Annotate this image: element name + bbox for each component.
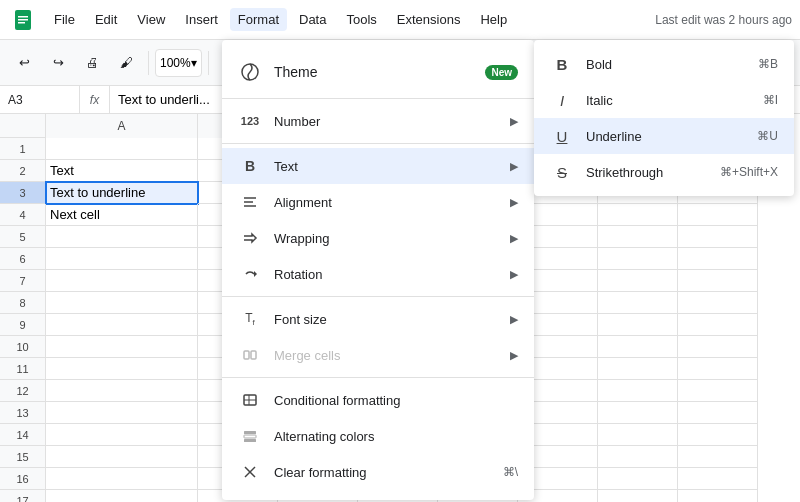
clear-shortcut: ⌘\ — [503, 465, 518, 479]
cell-G15[interactable] — [598, 446, 678, 468]
text-italic-item[interactable]: I Italic ⌘I — [534, 82, 794, 118]
svg-rect-13 — [244, 435, 256, 438]
row-num-16: 16 — [0, 468, 46, 490]
cell-G13[interactable] — [598, 402, 678, 424]
fx-icon: fx — [80, 86, 110, 113]
row-num-2: 2 — [0, 160, 46, 182]
format-fontsize-item[interactable]: Tf Font size ▶ — [222, 301, 534, 337]
cell-G6[interactable] — [598, 248, 678, 270]
menu-bar: File Edit View Insert Format Data Tools … — [0, 0, 800, 40]
format-conditional-item[interactable]: Conditional formatting — [222, 382, 534, 418]
cell-H11[interactable] — [678, 358, 758, 380]
cell-a3[interactable]: Text to underline — [46, 182, 198, 204]
print-button[interactable]: 🖨 — [76, 47, 108, 79]
cell-G16[interactable] — [598, 468, 678, 490]
cell-A15[interactable] — [46, 446, 198, 468]
format-menu: Theme New 123 Number ▶ B Text ▶ Alignmen… — [222, 40, 534, 500]
app-logo — [8, 5, 38, 35]
cell-G7[interactable] — [598, 270, 678, 292]
cell-A6[interactable] — [46, 248, 198, 270]
menu-tools[interactable]: Tools — [338, 8, 384, 31]
cell-H10[interactable] — [678, 336, 758, 358]
row-num-4: 4 — [0, 204, 46, 226]
cell-H6[interactable] — [678, 248, 758, 270]
wrapping-arrow: ▶ — [510, 232, 518, 245]
menu-extensions[interactable]: Extensions — [389, 8, 469, 31]
format-alternating-item[interactable]: Alternating colors — [222, 418, 534, 454]
cell-H16[interactable] — [678, 468, 758, 490]
theme-menu-item[interactable]: Theme New — [222, 50, 534, 94]
row-num-9: 9 — [0, 314, 46, 336]
format-text-item[interactable]: B Text ▶ — [222, 148, 534, 184]
cell-A10[interactable] — [46, 336, 198, 358]
cell-H9[interactable] — [678, 314, 758, 336]
cell-h4[interactable] — [678, 204, 758, 226]
cell-G5[interactable] — [598, 226, 678, 248]
cell-H12[interactable] — [678, 380, 758, 402]
cell-A7[interactable] — [46, 270, 198, 292]
format-rotation-item[interactable]: Rotation ▶ — [222, 256, 534, 292]
cell-A11[interactable] — [46, 358, 198, 380]
menu-format[interactable]: Format — [230, 8, 287, 31]
zoom-control[interactable]: 100% ▾ — [155, 49, 202, 77]
menu-view[interactable]: View — [129, 8, 173, 31]
svg-rect-12 — [244, 431, 256, 434]
menu-data[interactable]: Data — [291, 8, 334, 31]
alignment-icon — [238, 190, 262, 214]
cell-A5[interactable] — [46, 226, 198, 248]
text-arrow: ▶ — [510, 160, 518, 173]
cell-G11[interactable] — [598, 358, 678, 380]
cell-A14[interactable] — [46, 424, 198, 446]
undo-button[interactable]: ↩ — [8, 47, 40, 79]
cell-H5[interactable] — [678, 226, 758, 248]
number-label: Number — [274, 114, 510, 129]
cell-G17[interactable] — [598, 490, 678, 502]
svg-rect-3 — [18, 22, 25, 24]
menu-insert[interactable]: Insert — [177, 8, 226, 31]
format-clear-item[interactable]: Clear formatting ⌘\ — [222, 454, 534, 490]
cell-H8[interactable] — [678, 292, 758, 314]
cell-H17[interactable] — [678, 490, 758, 502]
theme-icon — [238, 60, 262, 84]
menu-edit[interactable]: Edit — [87, 8, 125, 31]
cell-G14[interactable] — [598, 424, 678, 446]
text-strikethrough-item[interactable]: S Strikethrough ⌘+Shift+X — [534, 154, 794, 190]
format-wrapping-item[interactable]: Wrapping ▶ — [222, 220, 534, 256]
rotation-arrow: ▶ — [510, 268, 518, 281]
row-num-10: 10 — [0, 336, 46, 358]
format-number-item[interactable]: 123 Number ▶ — [222, 103, 534, 139]
cell-A12[interactable] — [46, 380, 198, 402]
menu-help[interactable]: Help — [472, 8, 515, 31]
cell-G10[interactable] — [598, 336, 678, 358]
cell-reference[interactable]: A3 — [0, 86, 80, 113]
paint-format-button[interactable]: 🖌 — [110, 47, 142, 79]
cell-a1[interactable] — [46, 138, 198, 160]
cell-a2[interactable]: Text — [46, 160, 198, 182]
cell-A16[interactable] — [46, 468, 198, 490]
menu-file[interactable]: File — [46, 8, 83, 31]
clear-icon — [238, 460, 262, 484]
format-alignment-item[interactable]: Alignment ▶ — [222, 184, 534, 220]
cell-H15[interactable] — [678, 446, 758, 468]
cell-H14[interactable] — [678, 424, 758, 446]
cell-A9[interactable] — [46, 314, 198, 336]
cell-H13[interactable] — [678, 402, 758, 424]
col-header-a[interactable]: A — [46, 114, 198, 138]
italic-shortcut: ⌘I — [763, 93, 778, 107]
row-num-6: 6 — [0, 248, 46, 270]
corner-cell — [0, 114, 46, 138]
cell-A17[interactable] — [46, 490, 198, 502]
redo-button[interactable]: ↪ — [42, 47, 74, 79]
cell-A8[interactable] — [46, 292, 198, 314]
row-num-11: 11 — [0, 358, 46, 380]
cell-A13[interactable] — [46, 402, 198, 424]
cell-H7[interactable] — [678, 270, 758, 292]
cell-G9[interactable] — [598, 314, 678, 336]
text-underline-item[interactable]: U Underline ⌘U — [534, 118, 794, 154]
cell-G8[interactable] — [598, 292, 678, 314]
cell-a4[interactable]: Next cell — [46, 204, 198, 226]
text-submenu: B Bold ⌘B I Italic ⌘I U Underline ⌘U S S… — [534, 40, 794, 196]
text-bold-item[interactable]: B Bold ⌘B — [534, 46, 794, 82]
cell-g4[interactable] — [598, 204, 678, 226]
cell-G12[interactable] — [598, 380, 678, 402]
